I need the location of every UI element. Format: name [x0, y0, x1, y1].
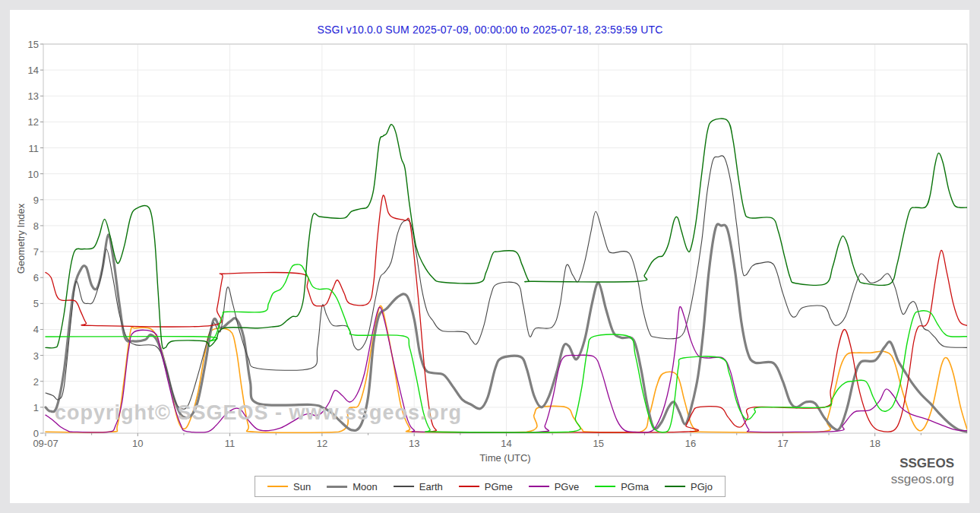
legend-line-swatch-pgjo [665, 486, 685, 487]
legend-label-sun: Sun [293, 481, 311, 492]
x-tick-label-09-07: 09-07 [33, 438, 58, 449]
x-tick-label-16: 16 [685, 438, 696, 449]
legend-item-pgjo: PGjo [665, 481, 713, 492]
y-tick-label-3: 3 [8, 350, 39, 361]
legend-item-earth: Earth [394, 481, 443, 492]
y-tick-label-14: 14 [8, 65, 39, 76]
x-tick-label-18: 18 [869, 438, 880, 449]
legend-item-pgve: PGve [529, 481, 580, 492]
plot-frame [43, 44, 967, 433]
y-tick-label-0: 0 [8, 428, 39, 439]
y-tick-label-2: 2 [8, 375, 39, 387]
legend-label-pgve: PGve [555, 481, 580, 492]
y-tick-label-13: 13 [8, 90, 39, 102]
x-tick-label-13: 13 [409, 438, 419, 449]
legend-item-moon: Moon [327, 481, 378, 492]
y-tick-label-5: 5 [8, 298, 39, 309]
chart-title: SSGI v10.0.0 SUM 2025-07-09, 00:00:00 to… [0, 24, 980, 36]
page: { "title": "SSGI v10.0.0 SUM 2025-07-09,… [0, 0, 980, 513]
legend-label-pgjo: PGjo [691, 481, 713, 492]
y-tick-label-15: 15 [8, 39, 39, 50]
legend-label-moon: Moon [352, 481, 378, 492]
y-tick-label-6: 6 [8, 272, 39, 283]
y-axis-title: Geometry Index [15, 204, 27, 274]
x-tick-label-12: 12 [317, 438, 327, 449]
legend-item-pgma: PGma [595, 481, 649, 492]
y-tick-label-4: 4 [8, 324, 39, 335]
y-tick-label-8: 8 [8, 220, 39, 231]
branding: SSGEOS ssgeos.org [891, 455, 954, 487]
legend-line-swatch-pgme [459, 486, 479, 487]
x-tick-label-17: 17 [777, 438, 788, 449]
legend-label-earth: Earth [419, 481, 443, 492]
branding-logo-text: SSGEOS [891, 455, 954, 471]
x-axis-title: Time (UTC) [43, 452, 967, 464]
x-tick-label-15: 15 [593, 438, 604, 449]
y-tick-label-1: 1 [8, 401, 39, 413]
legend-label-pgme: PGme [485, 481, 513, 492]
x-tick-label-14: 14 [501, 438, 511, 449]
y-tick-label-12: 12 [8, 116, 39, 128]
legend-line-swatch-earth [394, 486, 414, 487]
legend-line-swatch-moon [327, 486, 347, 488]
x-tick-label-11: 11 [225, 438, 236, 449]
legend: SunMoonEarthPGmePGvePGmaPGjo [254, 476, 726, 497]
ssgi-line-chart [0, 0, 980, 513]
y-tick-label-7: 7 [8, 246, 39, 258]
y-tick-label-10: 10 [8, 168, 39, 179]
legend-line-swatch-pgma [595, 486, 615, 487]
copyright-watermark: copyright© SSGEOS - www.ssgeos.org [55, 401, 462, 425]
legend-item-sun: Sun [267, 481, 311, 492]
legend-item-pgme: PGme [459, 481, 513, 492]
y-tick-label-11: 11 [8, 142, 39, 154]
y-tick-label-9: 9 [8, 194, 39, 205]
branding-site-url: ssgeos.org [891, 471, 954, 487]
x-tick-label-10: 10 [132, 438, 143, 449]
legend-line-swatch-sun [267, 486, 288, 487]
legend-line-swatch-pgve [529, 486, 549, 487]
legend-label-pgma: PGma [621, 481, 649, 492]
